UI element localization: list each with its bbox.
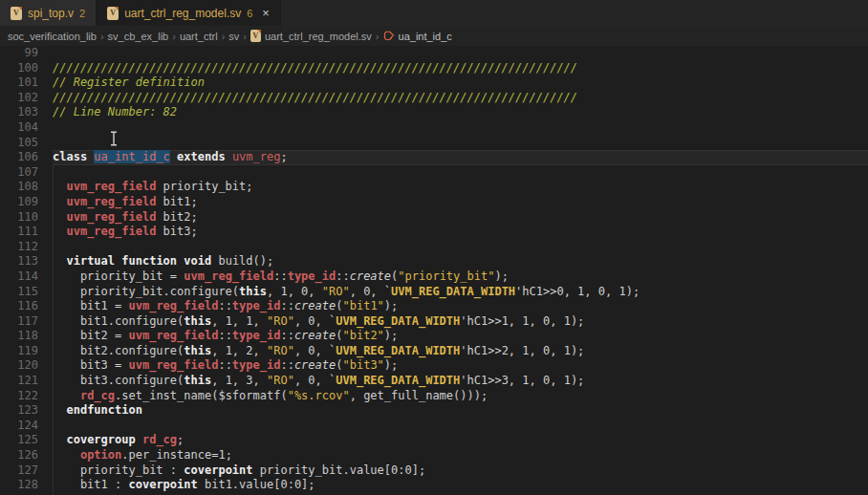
line-number[interactable]: 127 bbox=[0, 463, 38, 479]
line-number[interactable]: 126 bbox=[0, 448, 38, 463]
code-text[interactable]: bit1 = uvm_reg_field::type_id::create("b… bbox=[53, 299, 868, 314]
code-line[interactable]: 114 priority_bit = uvm_reg_field::type_i… bbox=[0, 269, 868, 285]
code-text[interactable]: bit1.configure(this, 1, 1, "RO", 0, `UVM… bbox=[53, 314, 868, 330]
line-number[interactable]: 104 bbox=[0, 120, 38, 136]
breadcrumb-item-ua_int_id_c[interactable]: ua_int_id_c bbox=[383, 30, 452, 43]
code-line[interactable]: 107 bbox=[0, 165, 868, 181]
code-line[interactable]: 118 bit2 = uvm_reg_field::type_id::creat… bbox=[0, 329, 868, 344]
code-text[interactable]: // Register definition bbox=[53, 75, 868, 91]
breadcrumb-item-sv_cb_ex_lib[interactable]: sv_cb_ex_lib bbox=[108, 31, 169, 42]
code-line[interactable]: 112 bbox=[0, 240, 868, 255]
line-number[interactable]: 110 bbox=[0, 210, 38, 226]
code-line[interactable]: 109 uvm_reg_field bit1; bbox=[0, 195, 868, 210]
code-line[interactable]: 128 bit1 : coverpoint bit1.value[0:0]; bbox=[0, 478, 868, 493]
code-line[interactable]: 126 option.per_instance=1; bbox=[0, 448, 868, 463]
code-line[interactable]: 104 bbox=[0, 120, 868, 136]
code-text[interactable]: endfunction bbox=[53, 403, 868, 419]
line-number[interactable]: 105 bbox=[0, 136, 38, 151]
line-number[interactable]: 119 bbox=[0, 344, 38, 359]
code-text[interactable] bbox=[53, 240, 868, 255]
code-text[interactable]: ////////////////////////////////////////… bbox=[53, 61, 868, 76]
line-number[interactable]: 118 bbox=[0, 329, 38, 344]
code-line[interactable]: 121 bit3.configure(this, 1, 3, "RO", 0, … bbox=[0, 374, 868, 389]
code-line[interactable]: 124 bbox=[0, 419, 868, 434]
code-text[interactable] bbox=[53, 419, 868, 434]
line-number[interactable]: 124 bbox=[0, 419, 38, 434]
code-text[interactable]: ////////////////////////////////////////… bbox=[53, 91, 868, 106]
code-text[interactable]: rd_cg.set_inst_name($sformatf("%s.rcov",… bbox=[53, 389, 868, 404]
breadcrumb-item-uart_ctrl_reg_model.sv[interactable]: Vuart_ctrl_reg_model.sv bbox=[250, 30, 372, 42]
code-line[interactable]: 111 uvm_reg_field bit3; bbox=[0, 225, 868, 240]
line-number[interactable]: 115 bbox=[0, 285, 38, 300]
code-line[interactable]: 102/////////////////////////////////////… bbox=[0, 91, 868, 106]
line-number[interactable]: 109 bbox=[0, 195, 38, 210]
code-text[interactable]: virtual function void build(); bbox=[53, 254, 868, 269]
code-line[interactable]: 99 bbox=[0, 46, 868, 61]
code-line[interactable]: 115 priority_bit.configure(this, 1, 0, "… bbox=[0, 285, 868, 300]
line-number[interactable]: 103 bbox=[0, 105, 38, 120]
code-text[interactable]: priority_bit : coverpoint priority_bit.v… bbox=[53, 463, 868, 479]
code-text[interactable]: bit2.configure(this, 1, 2, "RO", 0, `UVM… bbox=[53, 344, 868, 359]
code-line[interactable]: 120 bit3 = uvm_reg_field::type_id::creat… bbox=[0, 358, 868, 374]
code-text[interactable]: covergroup rd_cg; bbox=[53, 433, 868, 448]
breadcrumb-item-sv[interactable]: sv bbox=[228, 31, 239, 42]
code-line[interactable]: 100/////////////////////////////////////… bbox=[0, 61, 868, 76]
line-number[interactable]: 117 bbox=[0, 314, 38, 330]
code-text[interactable]: bit2 = uvm_reg_field::type_id::create("b… bbox=[53, 329, 868, 344]
code-text[interactable]: uvm_reg_field bit1; bbox=[53, 195, 868, 210]
code-line[interactable]: 116 bit1 = uvm_reg_field::type_id::creat… bbox=[0, 299, 868, 314]
code-line[interactable]: 106class ua_int_id_c extends uvm_reg; bbox=[0, 150, 868, 165]
line-number[interactable]: 99 bbox=[0, 46, 38, 61]
line-number[interactable]: 120 bbox=[0, 358, 38, 374]
line-number[interactable]: 107 bbox=[0, 165, 38, 181]
code-line[interactable]: 117 bit1.configure(this, 1, 1, "RO", 0, … bbox=[0, 314, 868, 330]
breadcrumb-item-soc_verification_lib[interactable]: soc_verification_lib bbox=[8, 31, 97, 42]
tab-spi-top[interactable]: V spi_top.v 2 bbox=[0, 0, 97, 26]
line-number[interactable]: 125 bbox=[0, 433, 38, 448]
code-text[interactable] bbox=[53, 136, 868, 151]
line-number[interactable]: 114 bbox=[0, 269, 38, 285]
code-text[interactable]: priority_bit = uvm_reg_field::type_id::c… bbox=[53, 269, 868, 285]
code-text[interactable] bbox=[53, 46, 868, 61]
code-line[interactable]: 127 priority_bit : coverpoint priority_b… bbox=[0, 463, 868, 479]
code-line[interactable]: 103// Line Number: 82 bbox=[0, 105, 868, 120]
line-number[interactable]: 101 bbox=[0, 75, 38, 91]
code-line[interactable]: 125 covergroup rd_cg; bbox=[0, 433, 868, 448]
line-number[interactable]: 128 bbox=[0, 478, 38, 493]
line-number[interactable]: 122 bbox=[0, 389, 38, 404]
line-number[interactable]: 121 bbox=[0, 374, 38, 389]
code-text[interactable]: bit3.configure(this, 1, 3, "RO", 0, `UVM… bbox=[53, 374, 868, 389]
line-number[interactable]: 102 bbox=[0, 91, 38, 106]
code-line[interactable]: 113 virtual function void build(); bbox=[0, 254, 868, 269]
code-text[interactable] bbox=[53, 120, 868, 136]
code-text[interactable]: uvm_reg_field priority_bit; bbox=[53, 180, 868, 195]
code-text[interactable]: bit1 : coverpoint bit1.value[0:0]; bbox=[53, 478, 868, 493]
code-editor[interactable]: 99100///////////////////////////////////… bbox=[0, 46, 868, 495]
line-number[interactable]: 111 bbox=[0, 225, 38, 240]
line-number[interactable]: 123 bbox=[0, 403, 38, 419]
close-icon[interactable]: × bbox=[262, 7, 270, 19]
code-text[interactable]: uvm_reg_field bit2; bbox=[53, 210, 868, 226]
code-text[interactable]: bit3 = uvm_reg_field::type_id::create("b… bbox=[53, 358, 868, 374]
code-text[interactable] bbox=[53, 165, 868, 181]
code-text[interactable]: class ua_int_id_c extends uvm_reg; bbox=[53, 150, 868, 165]
line-number[interactable]: 112 bbox=[0, 240, 38, 255]
code-line[interactable]: 108 uvm_reg_field priority_bit; bbox=[0, 180, 868, 195]
breadcrumb-item-uart_ctrl[interactable]: uart_ctrl bbox=[180, 31, 218, 42]
line-number[interactable]: 116 bbox=[0, 299, 38, 314]
code-line[interactable]: 119 bit2.configure(this, 1, 2, "RO", 0, … bbox=[0, 344, 868, 359]
code-line[interactable]: 122 rd_cg.set_inst_name($sformatf("%s.rc… bbox=[0, 389, 868, 404]
code-text[interactable]: // Line Number: 82 bbox=[53, 105, 868, 120]
line-number[interactable]: 108 bbox=[0, 180, 38, 195]
line-number[interactable]: 106 bbox=[0, 150, 38, 165]
code-text[interactable]: priority_bit.configure(this, 1, 0, "RO",… bbox=[53, 285, 868, 300]
code-text[interactable]: option.per_instance=1; bbox=[53, 448, 868, 463]
line-number[interactable]: 100 bbox=[0, 61, 38, 76]
tab-uart-ctrl-reg-model[interactable]: V uart_ctrl_reg_model.sv 6 × bbox=[97, 0, 281, 26]
code-line[interactable]: 110 uvm_reg_field bit2; bbox=[0, 210, 868, 226]
line-number[interactable]: 113 bbox=[0, 254, 38, 269]
code-line[interactable]: 105 bbox=[0, 136, 868, 151]
code-text[interactable]: uvm_reg_field bit3; bbox=[53, 225, 868, 240]
code-line[interactable]: 101// Register definition bbox=[0, 75, 868, 91]
code-line[interactable]: 123 endfunction bbox=[0, 403, 868, 419]
